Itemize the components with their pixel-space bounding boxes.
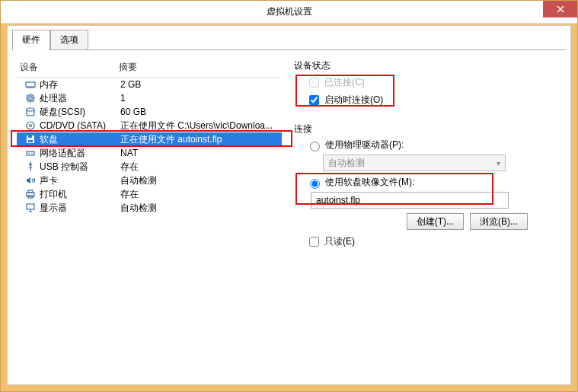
device-name: 软盘 — [40, 133, 120, 146]
tab-options[interactable]: 选项 — [50, 30, 88, 50]
device-name: 硬盘(SCSI) — [40, 106, 120, 119]
device-name: 处理器 — [40, 92, 120, 105]
device-row[interactable]: 打印机存在 — [17, 187, 282, 201]
use-image-radio[interactable] — [310, 179, 320, 189]
net-icon — [24, 147, 37, 159]
connected-checkbox — [309, 78, 319, 88]
device-summary: 自动检测 — [120, 202, 282, 215]
chevron-down-icon: ▾ — [497, 159, 500, 167]
header-summary: 摘要 — [116, 58, 282, 77]
device-list-pane: 设备 摘要 内存2 GB处理器1硬盘(SCSI)60 GBCD/DVD (SAT… — [12, 58, 286, 387]
sound-icon — [24, 174, 37, 186]
svg-rect-1 — [27, 95, 34, 101]
usb-icon — [24, 161, 37, 173]
disk-icon — [24, 106, 37, 118]
titlebar: 虚拟机设置 — [1, 1, 577, 24]
device-summary: 1 — [120, 93, 282, 104]
svg-point-3 — [27, 108, 34, 111]
device-summary: 存在 — [120, 161, 282, 174]
readonly-row: 只读(E) — [306, 234, 558, 249]
group-connection-title: 连接 — [294, 123, 558, 135]
floppy-icon — [24, 133, 37, 145]
browse-button[interactable]: 浏览(B)... — [470, 213, 528, 230]
image-path-input[interactable] — [311, 192, 509, 209]
device-row[interactable]: 处理器1 — [17, 91, 282, 105]
physical-drive-row: 使用物理驱动器(P): — [306, 139, 558, 151]
device-name: 打印机 — [40, 188, 120, 201]
device-name: 网络适配器 — [40, 147, 120, 160]
device-row[interactable]: CD/DVD (SATA)正在使用文件 C:\Users\vic\Downloa… — [17, 119, 282, 132]
settings-window: 虚拟机设置 硬件 选项 设备 摘要 内存2 GB处理器1硬盘(SCSI)60 G… — [0, 0, 578, 392]
device-summary: 60 GB — [120, 107, 282, 117]
svg-point-12 — [30, 162, 31, 164]
close-button[interactable] — [543, 1, 577, 18]
close-icon — [557, 5, 564, 13]
svg-point-5 — [30, 125, 32, 127]
cd-icon — [24, 120, 37, 132]
connect-on-power-row: 启动时连接(O) — [306, 93, 558, 107]
physical-drive-radio[interactable] — [310, 142, 320, 151]
connected-row: 已连接(C) — [306, 75, 558, 90]
physical-drive-select[interactable]: 自动检测 ▾ — [323, 155, 506, 171]
use-image-row: 使用软盘映像文件(M): — [306, 176, 558, 189]
device-row[interactable]: 软盘正在使用文件 autoinst.flp — [17, 132, 282, 146]
svg-point-10 — [28, 153, 30, 155]
physical-drive-value: 自动检测 — [328, 157, 365, 170]
device-row[interactable]: USB 控制器存在 — [17, 160, 282, 174]
svg-rect-16 — [27, 204, 34, 209]
use-image-label: 使用软盘映像文件(M): — [325, 176, 414, 189]
device-row[interactable]: 内存2 GB — [17, 78, 282, 91]
connected-label: 已连接(C) — [324, 76, 365, 89]
readonly-label: 只读(E) — [324, 235, 355, 248]
device-name: 内存 — [40, 78, 120, 91]
group-status-title: 设备状态 — [294, 59, 558, 72]
svg-rect-9 — [27, 151, 34, 155]
svg-point-11 — [31, 153, 33, 155]
svg-rect-0 — [26, 82, 35, 87]
tab-hardware[interactable]: 硬件 — [12, 30, 50, 50]
window-title: 虚拟机设置 — [267, 5, 312, 18]
settings-pane: 设备状态 已连接(C) 启动时连接(O) 连接 使用物理驱动器(P): — [286, 58, 566, 387]
device-name: USB 控制器 — [40, 161, 120, 174]
svg-point-4 — [27, 122, 34, 129]
device-name: 声卡 — [40, 174, 120, 187]
device-summary: 自动检测 — [120, 174, 282, 187]
create-button[interactable]: 创建(T)... — [407, 213, 464, 230]
physical-drive-select-row: 自动检测 ▾ — [323, 155, 558, 171]
device-row[interactable]: 网络适配器NAT — [17, 146, 282, 160]
svg-rect-7 — [28, 135, 32, 138]
image-buttons-row: 创建(T)... 浏览(B)... — [294, 213, 558, 230]
display-icon — [24, 202, 37, 214]
svg-rect-8 — [28, 140, 33, 142]
device-row[interactable]: 显示器自动检测 — [17, 201, 282, 215]
device-summary: 正在使用文件 autoinst.flp — [120, 133, 282, 146]
svg-rect-2 — [29, 97, 32, 100]
device-name: CD/DVD (SATA) — [40, 120, 120, 131]
device-rows: 内存2 GB处理器1硬盘(SCSI)60 GBCD/DVD (SATA)正在使用… — [17, 78, 282, 215]
connect-on-power-label: 启动时连接(O) — [324, 94, 383, 107]
device-name: 显示器 — [40, 202, 120, 215]
header-device: 设备 — [17, 58, 116, 77]
device-summary: 存在 — [120, 188, 282, 201]
physical-drive-label: 使用物理驱动器(P): — [325, 139, 404, 151]
tab-strip: 硬件 选项 — [12, 29, 570, 49]
tab-content: 设备 摘要 内存2 GB处理器1硬盘(SCSI)60 GBCD/DVD (SAT… — [12, 49, 566, 387]
device-summary: 2 GB — [120, 79, 282, 90]
device-row[interactable]: 声卡自动检测 — [17, 174, 282, 187]
cpu-icon — [24, 92, 37, 104]
printer-icon — [24, 188, 37, 200]
device-summary: 正在使用文件 C:\Users\vic\Downloa... — [120, 120, 282, 132]
memory-icon — [24, 78, 37, 91]
connect-on-power-checkbox[interactable] — [309, 95, 319, 105]
list-header: 设备 摘要 — [17, 58, 282, 78]
device-row[interactable]: 硬盘(SCSI)60 GB — [17, 105, 282, 119]
readonly-checkbox[interactable] — [309, 237, 319, 247]
dialog-body: 硬件 选项 设备 摘要 内存2 GB处理器1硬盘(SCSI)60 GBCD/DV… — [7, 25, 571, 385]
device-summary: NAT — [120, 148, 282, 158]
